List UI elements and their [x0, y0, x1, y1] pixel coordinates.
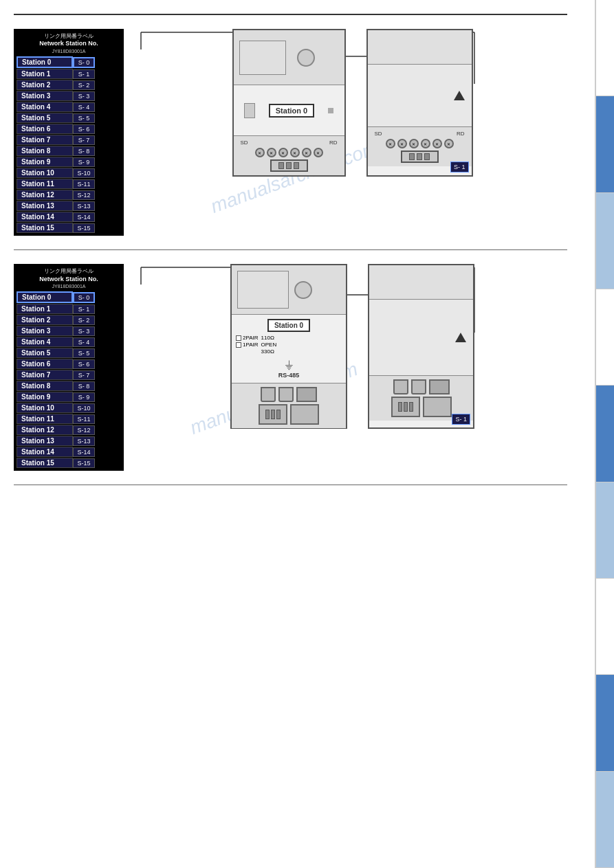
- station-row-6: Station 6 S- 6: [17, 124, 121, 134]
- station-row-s6: Station 6 S- 6: [17, 359, 121, 369]
- station-row-3: Station 3 S- 3: [17, 91, 121, 101]
- station-code-13: S-13: [73, 201, 95, 211]
- station-row-1: Station 1 S- 1: [17, 69, 121, 79]
- station-row-10: Station 10 S-10: [17, 168, 121, 178]
- screw-2: ✕: [267, 148, 276, 157]
- card-jp-text-2: リンク用局番ラベル: [19, 268, 118, 275]
- right-tab-2: [595, 96, 614, 192]
- station-code-3: S- 3: [73, 91, 95, 101]
- card-en-text-2: Network Station No.: [19, 276, 118, 284]
- card-jp-text-1: リンク用局番ラベル: [19, 33, 118, 40]
- station-code-s12: S-12: [73, 425, 95, 435]
- station-code-s1: S- 1: [73, 304, 95, 314]
- block-connector-r2: [423, 397, 452, 417]
- device-mid-1: Station 0: [234, 85, 344, 135]
- connector-pin-r1: [409, 153, 415, 160]
- device-bottom-2: [232, 383, 346, 428]
- devices-area-1: Station 0 SD RD ✕: [138, 29, 567, 201]
- sd-label-1: SD: [241, 140, 248, 146]
- station-row-s7: Station 7 S- 7: [17, 370, 121, 380]
- val-110: 110Ω: [261, 335, 277, 341]
- devices-area-2: Station 0 2PAIR: [138, 264, 567, 456]
- station-name-1: Station 1: [17, 69, 73, 79]
- section-line-2: [14, 485, 567, 485]
- screw-4: ✕: [290, 148, 300, 157]
- block-connector-2: [290, 404, 319, 425]
- screw-r1: ✕: [386, 139, 395, 148]
- screw-3: ✕: [278, 148, 288, 157]
- pin-1: [265, 410, 270, 419]
- station-row-s1: Station 1 S- 1: [17, 304, 121, 314]
- opt-2pair: 2PAIR: [236, 335, 259, 341]
- station-code-s11: S-11: [73, 414, 95, 424]
- diagram-section-1: リンク用局番ラベル Network Station No. JY818D8300…: [14, 29, 567, 236]
- device-right-mid-1: [368, 65, 472, 126]
- station-name-12: Station 12: [17, 190, 73, 200]
- station-name-s3: Station 3: [17, 326, 73, 336]
- station-row-s8: Station 8 S- 8: [17, 381, 121, 391]
- right-tab-3: [595, 193, 614, 289]
- station-name-14: Station 14: [17, 212, 73, 222]
- rj-con-r1: [393, 379, 408, 394]
- terminal-row-1: ✕ ✕ ✕ ✕ ✕ ✕: [255, 148, 323, 157]
- device-left-wrapper-1: Station 0 SD RD ✕: [232, 29, 346, 177]
- station-row-4: Station 4 S- 4: [17, 102, 121, 112]
- connector-row-2: [261, 387, 317, 402]
- page-content: manualsarchive.com リンク用局番ラベル Network Sta…: [0, 0, 595, 509]
- rj-con-1: [261, 387, 276, 402]
- right-tab-1: [595, 0, 614, 96]
- station-row-s10: Station 10 S-10: [17, 403, 121, 413]
- screw-r6: ✕: [444, 139, 454, 148]
- connector-pin-3: [294, 162, 299, 169]
- card-code-1: JY818D83001A: [19, 48, 118, 54]
- station-code-12: S-12: [73, 190, 95, 200]
- station-code-11: S-11: [73, 179, 95, 189]
- station-row-7: Station 7 S- 7: [17, 135, 121, 145]
- station-name-s10: Station 10: [17, 403, 73, 413]
- val-330: 330Ω: [261, 348, 277, 355]
- station-row-12: Station 12 S-12: [17, 190, 121, 200]
- screw-5: ✕: [302, 148, 311, 157]
- station-code-s8: S- 8: [73, 381, 95, 391]
- section-2: manualsarchive.com リンク用局番ラベル Network Sta…: [14, 264, 567, 471]
- card-header-2: リンク用局番ラベル Network Station No. JY818D8300…: [17, 267, 121, 291]
- card-en-text-1: Network Station No.: [19, 40, 118, 48]
- station-code-9: S- 9: [73, 157, 95, 167]
- station-name-3: Station 3: [17, 91, 73, 101]
- station-badge-1: Station 0: [269, 104, 314, 118]
- station-row-s14: Station 14 S-14: [17, 447, 121, 457]
- big-connector-r2: [391, 397, 420, 417]
- station-name-0: Station 0: [17, 56, 73, 68]
- screw-r2: ✕: [397, 139, 407, 148]
- pin-r3: [409, 402, 413, 412]
- station-name-7: Station 7: [17, 135, 73, 145]
- device-right-bottom-1: SD RD ✕ ✕ ✕ ✕ ✕ ✕: [368, 126, 472, 166]
- station-label-card-1: リンク用局番ラベル Network Station No. JY818D8300…: [14, 29, 124, 236]
- station-code-s13: S-13: [73, 436, 95, 446]
- station-code-s3: S- 3: [73, 326, 95, 336]
- station-name-s5: Station 5: [17, 348, 73, 358]
- station-code-s2: S- 2: [73, 315, 95, 325]
- station-name-s4: Station 4: [17, 337, 73, 347]
- station-row-s9: Station 9 S- 9: [17, 392, 121, 402]
- station-code-4: S- 4: [73, 102, 95, 112]
- station-row-11: Station 11 S-11: [17, 179, 121, 189]
- station-name-s1: Station 1: [17, 304, 73, 314]
- pins-row-2: [265, 410, 281, 419]
- station-code-14: S-14: [73, 212, 95, 222]
- station-name-s0: Station 0: [17, 291, 73, 303]
- rd-right-1: RD: [457, 131, 465, 137]
- checkbox-2pair: [236, 335, 241, 341]
- station-code-8: S- 8: [73, 146, 95, 156]
- screw-1: ✕: [255, 148, 265, 157]
- connector-row-r2: [393, 379, 450, 394]
- station-row-13: Station 13 S-13: [17, 201, 121, 211]
- right-tab-5: [595, 386, 614, 482]
- s1-badge-2: S- 1: [452, 414, 470, 425]
- device-left-1: Station 0 SD RD ✕: [232, 29, 346, 177]
- station-name-s7: Station 7: [17, 370, 73, 380]
- station-row-8: Station 8 S- 8: [17, 146, 121, 156]
- station-code-6: S- 6: [73, 124, 95, 134]
- label-1pair: 1PAIR: [243, 342, 259, 348]
- device-bottom-1: SD RD ✕ ✕ ✕ ✕ ✕ ✕: [234, 135, 344, 175]
